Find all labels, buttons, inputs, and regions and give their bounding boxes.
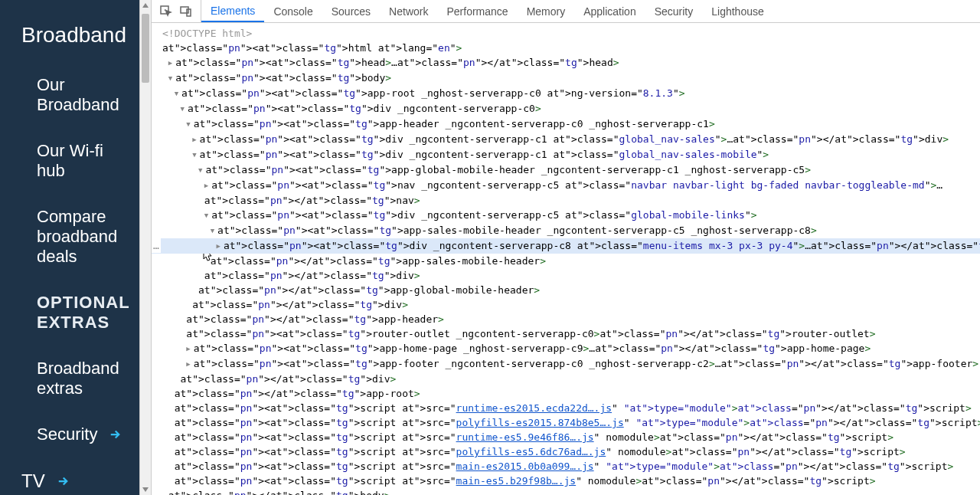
tab-application[interactable]: Application (574, 0, 645, 22)
dom-node[interactable]: <!DOCTYPE html> (152, 26, 980, 41)
dom-node[interactable]: at">class="pn"><at">class="tg">app-home-… (152, 341, 980, 356)
devtools-panel: ElementsConsoleSourcesNetworkPerformance… (151, 0, 980, 495)
tab-security[interactable]: Security (645, 0, 703, 22)
section-header-extras: OPTIONAL EXTRAS (21, 293, 151, 333)
scrollbar[interactable] (139, 0, 151, 495)
dom-node[interactable]: at">class="pn"></at">class="tg">nav> (152, 193, 980, 208)
tab-console[interactable]: Console (264, 0, 322, 22)
dom-node[interactable]: at">class="pn"></at">class="tg">app-glob… (152, 283, 980, 297)
nav-broadband-extras[interactable]: Broadband extras (21, 359, 151, 398)
devtools-toolbar: ElementsConsoleSourcesNetworkPerformance… (152, 0, 980, 23)
nav-wifi-hub[interactable]: Our Wi-fi hub (21, 141, 151, 181)
dom-node[interactable]: at">class="pn"><at">class="tg">body> (152, 70, 980, 86)
dom-node[interactable]: at">class="pn"></at">class="tg">div> (152, 268, 980, 283)
dom-node[interactable]: at">class="pn"><at">class="tg">script at… (152, 474, 980, 488)
dom-node[interactable]: at">class="pn"><at">class="tg">app-globa… (152, 162, 980, 178)
device-toggle-icon[interactable] (179, 5, 193, 18)
nav-tv[interactable]: TV (21, 470, 151, 492)
dom-node[interactable]: at">class="pn"><at">class="tg">app-root … (152, 86, 980, 101)
arrow-right-icon (56, 474, 70, 488)
dom-node[interactable]: at">class="pn"><at">class="tg">div _ngco… (152, 238, 980, 254)
dom-node[interactable]: at">class="pn"><at">class="tg">div _ngco… (152, 132, 980, 147)
dom-node[interactable]: at">class="pn"><at">class="tg">app-heade… (152, 116, 980, 132)
dom-node[interactable]: at">class="pn"></at">class="tg">app-root… (152, 386, 980, 401)
dom-node[interactable]: at">class="pn"></at">class="tg">div> (152, 372, 980, 386)
dom-node[interactable]: at">class="pn"><at">class="tg">script at… (152, 430, 980, 444)
tab-elements[interactable]: Elements (201, 0, 264, 22)
dom-node[interactable]: at">class="pn"><at">class="tg">div _ngco… (152, 208, 980, 223)
dom-node[interactable]: at">class="pn"><at">class="tg">head>…at"… (152, 55, 980, 70)
nav-our-broadband[interactable]: Our Broadband (21, 75, 151, 115)
tab-network[interactable]: Network (380, 0, 437, 22)
dom-node[interactable]: at">class="pn"></at">class="tg">body> (152, 488, 980, 495)
mobile-nav-sidebar: Broadband Our Broadband Our Wi-fi hub Co… (0, 0, 151, 495)
dom-node[interactable]: at">class="pn"><at">class="tg">div _ngco… (152, 101, 980, 116)
nav-security[interactable]: Security (21, 425, 151, 444)
dom-node[interactable]: at">class="pn"><at">class="tg">div _ngco… (152, 147, 980, 162)
dom-node[interactable]: at">class="pn"><at">class="tg">script at… (152, 444, 980, 459)
tab-lighthouse[interactable]: Lighthouse (702, 0, 773, 22)
arrow-right-icon (108, 428, 122, 441)
devtools-tabs: ElementsConsoleSourcesNetworkPerformance… (201, 0, 773, 22)
dom-node[interactable]: at">class="pn"></at">class="tg">app-sale… (152, 254, 980, 268)
nav-broadband[interactable]: Broadband (21, 23, 151, 48)
dom-node[interactable]: at">class="pn"></at">class="tg">div> (152, 297, 980, 312)
nav-compare-deals[interactable]: Compare broadband deals (21, 207, 151, 267)
tab-memory[interactable]: Memory (518, 0, 575, 22)
dom-node[interactable]: at">class="pn"><at">class="tg">html at">… (152, 41, 980, 55)
dom-node[interactable]: at">class="pn"></at">class="tg">app-head… (152, 312, 980, 326)
dom-node[interactable]: at">class="pn"><at">class="tg">app-sales… (152, 223, 980, 238)
dom-node[interactable]: at">class="pn"><at">class="tg">script at… (152, 415, 980, 430)
dom-node[interactable]: at">class="pn"><at">class="tg">script at… (152, 401, 980, 415)
dom-node[interactable]: at">class="pn"><at">class="tg">nav _ngco… (152, 178, 980, 193)
nav-label: Broadband (21, 23, 126, 48)
dom-node[interactable]: at">class="pn"><at">class="tg">router-ou… (152, 326, 980, 341)
elements-tree[interactable]: <!DOCTYPE html>at">class="pn"><at">class… (152, 23, 980, 495)
tab-sources[interactable]: Sources (322, 0, 380, 22)
tab-performance[interactable]: Performance (437, 0, 517, 22)
dom-node[interactable]: at">class="pn"><at">class="tg">script at… (152, 459, 980, 474)
inspect-icon[interactable] (159, 5, 173, 18)
dom-node[interactable]: at">class="pn"><at">class="tg">app-foote… (152, 356, 980, 372)
